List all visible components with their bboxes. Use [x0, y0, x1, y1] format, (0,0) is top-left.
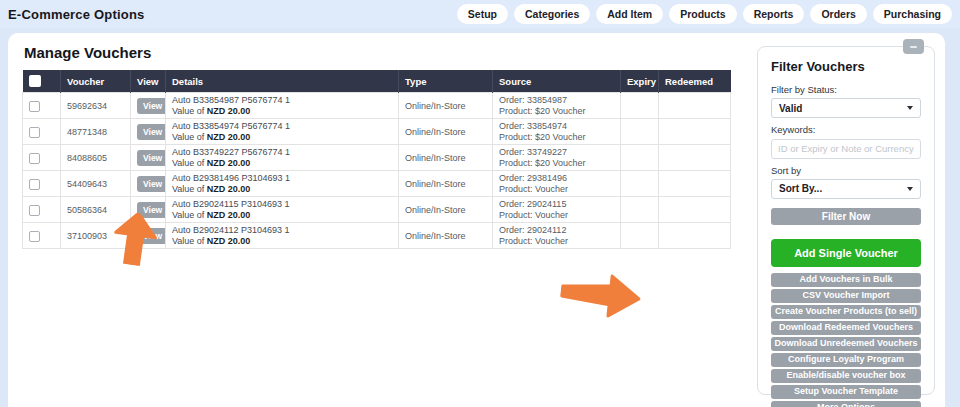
- voucher-id: 48771348: [61, 119, 131, 145]
- row-checkbox[interactable]: [29, 127, 40, 138]
- voucher-source: Order: 33749227Product: $20 Voucher: [493, 145, 621, 171]
- voucher-expiry: [621, 93, 659, 119]
- voucher-id: 84088605: [61, 145, 131, 171]
- page-title: Manage Vouchers: [24, 44, 151, 61]
- nav-orders[interactable]: Orders: [810, 4, 866, 24]
- col-type: Type: [399, 70, 493, 93]
- action-add-vouchers-in-bulk[interactable]: Add Vouchers in Bulk: [771, 273, 921, 287]
- pointer-arrow-right-icon: [558, 269, 644, 323]
- top-nav: SetupCategoriesAdd ItemProductsReportsOr…: [457, 4, 952, 24]
- voucher-actions: Add Vouchers in BulkCSV Voucher ImportCr…: [771, 273, 921, 407]
- voucher-row: 84088605ViewAuto B33749227 P5676774 1Val…: [23, 145, 731, 171]
- col-view: View: [131, 70, 166, 93]
- voucher-id: 54409643: [61, 171, 131, 197]
- voucher-expiry: [621, 197, 659, 223]
- col-expiry: Expiry: [621, 70, 659, 93]
- add-single-voucher-button[interactable]: Add Single Voucher: [771, 239, 921, 267]
- voucher-row: 54409643ViewAuto B29381496 P3104693 1Val…: [23, 171, 731, 197]
- filter-now-button[interactable]: Filter Now: [771, 208, 921, 225]
- view-button[interactable]: View: [137, 150, 166, 166]
- voucher-type: Online/In-Store: [399, 223, 493, 249]
- nav-add-item[interactable]: Add Item: [596, 4, 663, 24]
- voucher-redeemed: [659, 145, 731, 171]
- voucher-redeemed: [659, 223, 731, 249]
- voucher-details: Auto B33854987 P5676774 1Value of NZD 20…: [166, 93, 399, 119]
- table-header-row: Voucher View Details Type Source Expiry …: [23, 70, 731, 93]
- voucher-redeemed: [659, 197, 731, 223]
- nav-reports[interactable]: Reports: [743, 4, 805, 24]
- row-checkbox[interactable]: [29, 205, 40, 216]
- page: E-Commerce Options SetupCategoriesAdd It…: [0, 0, 960, 407]
- voucher-id: 50586364: [61, 197, 131, 223]
- nav-products[interactable]: Products: [669, 4, 737, 24]
- status-select-value: Valid: [779, 103, 802, 114]
- view-button[interactable]: View: [137, 176, 166, 192]
- voucher-type: Online/In-Store: [399, 145, 493, 171]
- row-checkbox[interactable]: [29, 101, 40, 112]
- app-title: E-Commerce Options: [8, 7, 145, 22]
- voucher-source: Order: 33854974Product: $20 Voucher: [493, 119, 621, 145]
- voucher-expiry: [621, 119, 659, 145]
- voucher-type: Online/In-Store: [399, 119, 493, 145]
- sort-select-value: Sort By...: [779, 183, 822, 194]
- voucher-details: Auto B33749227 P5676774 1Value of NZD 20…: [166, 145, 399, 171]
- action-create-voucher-products-to-sell[interactable]: Create Voucher Products (to sell): [771, 305, 921, 319]
- voucher-row: 48771348ViewAuto B33854974 P5676774 1Val…: [23, 119, 731, 145]
- action-more-options[interactable]: More Options: [771, 401, 921, 407]
- collapse-panel-button[interactable]: [903, 39, 924, 54]
- voucher-details: Auto B33854974 P5676774 1Value of NZD 20…: [166, 119, 399, 145]
- voucher-source: Order: 33854987Product: $20 Voucher: [493, 93, 621, 119]
- voucher-source: Order: 29381496Product: Voucher: [493, 171, 621, 197]
- voucher-row: 50586364ViewAuto B29024115 P3104693 1Val…: [23, 197, 731, 223]
- voucher-row: 59692634ViewAuto B33854987 P5676774 1Val…: [23, 93, 731, 119]
- action-setup-voucher-template[interactable]: Setup Voucher Template: [771, 385, 921, 399]
- voucher-redeemed: [659, 119, 731, 145]
- view-button[interactable]: View: [137, 202, 166, 218]
- nav-setup[interactable]: Setup: [457, 4, 508, 24]
- row-checkbox[interactable]: [29, 231, 40, 242]
- voucher-expiry: [621, 223, 659, 249]
- voucher-details: Auto B29024115 P3104693 1Value of NZD 20…: [166, 197, 399, 223]
- col-select: [23, 70, 61, 93]
- sort-select[interactable]: Sort By...: [771, 179, 921, 199]
- voucher-details: Auto B29381496 P3104693 1Value of NZD 20…: [166, 171, 399, 197]
- vouchers-table: Voucher View Details Type Source Expiry …: [22, 70, 731, 249]
- view-button[interactable]: View: [137, 124, 166, 140]
- nav-purchasing[interactable]: Purchasing: [873, 4, 952, 24]
- action-configure-loyalty-program[interactable]: Configure Loyalty Program: [771, 353, 921, 367]
- action-download-redeemed-vouchers[interactable]: Download Redeemed Vouchers: [771, 321, 921, 335]
- col-voucher: Voucher: [61, 70, 131, 93]
- voucher-expiry: [621, 145, 659, 171]
- keywords-input[interactable]: [771, 139, 921, 159]
- filter-panel: Filter Vouchers Filter by Status: Valid …: [757, 46, 935, 395]
- top-header: E-Commerce Options SetupCategoriesAdd It…: [0, 0, 960, 28]
- action-csv-voucher-import[interactable]: CSV Voucher Import: [771, 289, 921, 303]
- col-source: Source: [493, 70, 621, 93]
- col-details: Details: [166, 70, 399, 93]
- keywords-label: Keywords:: [771, 124, 921, 135]
- action-download-unredeemed-vouchers[interactable]: Download Unredeemed Vouchers: [771, 337, 921, 351]
- row-checkbox[interactable]: [29, 153, 40, 164]
- voucher-expiry: [621, 171, 659, 197]
- voucher-source: Order: 29024112Product: Voucher: [493, 223, 621, 249]
- select-all-checkbox[interactable]: [29, 75, 41, 87]
- row-checkbox[interactable]: [29, 179, 40, 190]
- status-filter-label: Filter by Status:: [771, 84, 921, 95]
- voucher-type: Online/In-Store: [399, 93, 493, 119]
- sort-by-label: Sort by: [771, 165, 921, 176]
- voucher-type: Online/In-Store: [399, 197, 493, 223]
- voucher-source: Order: 29024115Product: Voucher: [493, 197, 621, 223]
- view-button[interactable]: View: [137, 228, 166, 244]
- voucher-redeemed: [659, 171, 731, 197]
- col-redeemed: Redeemed: [659, 70, 731, 93]
- filter-panel-title: Filter Vouchers: [771, 59, 921, 74]
- nav-categories[interactable]: Categories: [514, 4, 590, 24]
- view-button[interactable]: View: [137, 98, 166, 114]
- minus-icon: [910, 46, 917, 48]
- action-enable-disable-voucher-box[interactable]: Enable/disable voucher box: [771, 369, 921, 383]
- voucher-id: 37100903: [61, 223, 131, 249]
- voucher-redeemed: [659, 93, 731, 119]
- status-select[interactable]: Valid: [771, 98, 921, 118]
- main-card: Manage Vouchers Voucher View Details Typ…: [8, 33, 945, 407]
- vouchers-tbody: 59692634ViewAuto B33854987 P5676774 1Val…: [23, 93, 731, 249]
